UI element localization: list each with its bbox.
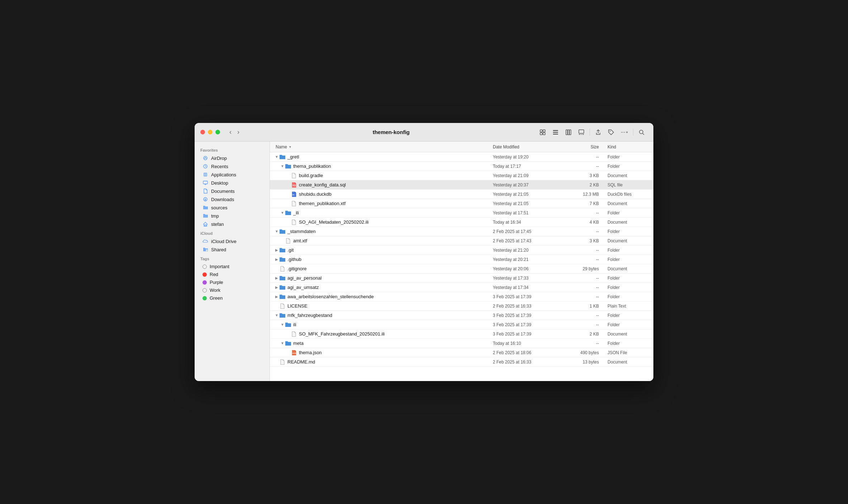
kind-cell: Document	[603, 266, 653, 271]
sidebar-item-downloads[interactable]: Downloads	[197, 195, 267, 203]
close-button[interactable]	[200, 130, 205, 134]
sidebar-item-important[interactable]: Important	[197, 263, 267, 270]
search-icon	[638, 129, 645, 135]
table-row[interactable]: _stammdaten 2 Feb 2025 at 17:45 -- Folde…	[270, 227, 653, 236]
file-name-cell: thema_publikation	[270, 163, 489, 170]
applications-icon	[203, 172, 208, 177]
minimize-button[interactable]	[208, 130, 213, 134]
svg-rect-2	[540, 133, 542, 135]
file-name-cell: mfk_fahrzeugbestand	[270, 312, 489, 319]
maximize-button[interactable]	[215, 130, 220, 134]
table-row[interactable]: build.gradle Yesterday at 21:09 3 KB Doc…	[270, 171, 653, 180]
downloads-icon	[203, 196, 208, 202]
view-grid-button[interactable]	[537, 127, 549, 137]
sidebar-item-icloud-drive[interactable]: iCloud Drive	[197, 237, 267, 245]
disclosure-triangle[interactable]	[280, 341, 285, 346]
file-name-cell: DB shubidu.duckdb	[270, 191, 489, 198]
table-row[interactable]: SO_MFK_Fahrzeugbestand_20250201.ili 3 Fe…	[270, 329, 653, 339]
table-row[interactable]: ili 3 Feb 2025 at 17:39 -- Folder	[270, 320, 653, 329]
table-row[interactable]: awa_arbeitslosenzahlen_stellensuchende 3…	[270, 292, 653, 301]
table-row[interactable]: SO_AGI_Metadaten_20250202.ili Today at 1…	[270, 218, 653, 227]
date-cell: Yesterday at 17:51	[489, 210, 567, 215]
sidebar: Favorites AirDrop	[195, 142, 270, 381]
forward-button[interactable]: ›	[235, 127, 242, 137]
sidebar-item-documents[interactable]: Documents	[197, 187, 267, 195]
date-cell: 3 Feb 2025 at 17:39	[489, 332, 567, 337]
table-row[interactable]: agi_av_personal Yesterday at 17:33 -- Fo…	[270, 274, 653, 283]
col-date-header[interactable]: Date Modified	[489, 144, 567, 149]
file-list[interactable]: _gretl Yesterday at 19:20 -- Folder them…	[270, 152, 653, 381]
table-row[interactable]: _gretl Yesterday at 19:20 -- Folder	[270, 152, 653, 162]
kind-cell: Document	[603, 173, 653, 178]
grid-icon	[539, 129, 546, 135]
back-button[interactable]: ‹	[227, 127, 234, 137]
svg-text:JSON: JSON	[292, 352, 296, 354]
col-kind-header[interactable]: Kind	[603, 144, 653, 149]
table-row[interactable]: SQL create_konfig_data.sql Yesterday at …	[270, 180, 653, 190]
disclosure-triangle[interactable]	[274, 248, 279, 253]
sidebar-item-stefan[interactable]: stefan	[197, 220, 267, 228]
table-row[interactable]: amt.xtf 2 Feb 2025 at 17:43 3 KB Documen…	[270, 236, 653, 246]
sidebar-item-work[interactable]: Work	[197, 286, 267, 294]
disclosure-triangle[interactable]	[274, 276, 279, 281]
search-button[interactable]	[635, 127, 648, 137]
svg-rect-1	[543, 130, 545, 132]
sidebar-item-airdrop[interactable]: AirDrop	[197, 154, 267, 162]
file-name-cell: meta	[270, 340, 489, 347]
date-cell: Yesterday at 21:09	[489, 173, 567, 178]
table-row[interactable]: LICENSE 2 Feb 2025 at 16:33 1 KB Plain T…	[270, 301, 653, 311]
more-button[interactable]: ··· ▾	[618, 127, 631, 137]
table-row[interactable]: meta Today at 16:10 -- Folder	[270, 339, 653, 348]
table-row[interactable]: DB shubidu.duckdb Yesterday at 21:05 12.…	[270, 190, 653, 199]
file-name: thema_publikation	[293, 163, 331, 169]
desktop-icon	[203, 180, 208, 186]
disclosure-triangle[interactable]	[274, 154, 279, 160]
sidebar-item-sources[interactable]: sources	[197, 204, 267, 211]
green-dot	[203, 296, 207, 300]
red-label: Red	[210, 272, 218, 277]
sidebar-item-desktop[interactable]: Desktop	[197, 179, 267, 187]
table-row[interactable]: thema_publikation Today at 17:17 -- Fold…	[270, 162, 653, 171]
sidebar-item-green[interactable]: Green	[197, 294, 267, 302]
table-row[interactable]: mfk_fahrzeugbestand 3 Feb 2025 at 17:39 …	[270, 311, 653, 320]
kind-cell: Folder	[603, 322, 653, 327]
column-icon	[565, 129, 572, 135]
size-cell: 3 KB	[567, 173, 603, 178]
table-row[interactable]: agi_av_umsatz Yesterday at 17:34 -- Fold…	[270, 283, 653, 292]
disclosure-triangle[interactable]	[274, 313, 279, 318]
file-icon	[279, 312, 286, 319]
sidebar-item-tmp[interactable]: tmp	[197, 212, 267, 220]
sidebar-item-shared[interactable]: Shared	[197, 246, 267, 253]
disclosure-triangle[interactable]	[274, 294, 279, 299]
sidebar-item-applications[interactable]: Applications	[197, 171, 267, 179]
disclosure-triangle[interactable]	[274, 257, 279, 262]
table-row[interactable]: _ili Yesterday at 17:51 -- Folder	[270, 208, 653, 218]
disclosure-triangle[interactable]	[280, 164, 285, 169]
tag-button[interactable]	[605, 127, 617, 137]
col-name-header[interactable]: Name ▼	[270, 144, 489, 149]
disclosure-triangle[interactable]	[280, 322, 285, 327]
col-size-header[interactable]: Size	[567, 144, 603, 149]
file-name: _ili	[293, 210, 299, 215]
table-row[interactable]: .github Yesterday at 20:21 -- Folder	[270, 255, 653, 264]
table-row[interactable]: .gitignore Yesterday at 20:06 29 bytes D…	[270, 264, 653, 274]
table-row[interactable]: JSON thema.json 2 Feb 2025 at 18:06 490 …	[270, 348, 653, 357]
sidebar-item-purple[interactable]: Purple	[197, 279, 267, 286]
disclosure-triangle[interactable]	[274, 229, 279, 234]
sidebar-item-red[interactable]: Red	[197, 271, 267, 278]
date-cell: Yesterday at 17:33	[489, 276, 567, 281]
table-row[interactable]: README.md 2 Feb 2025 at 16:33 13 bytes D…	[270, 357, 653, 367]
share-button[interactable]	[592, 127, 604, 137]
gallery-icon	[578, 129, 585, 135]
disclosure-triangle[interactable]	[280, 210, 285, 215]
size-cell: --	[567, 248, 603, 253]
view-list-button[interactable]	[549, 127, 562, 137]
file-name-cell: amt.xtf	[270, 238, 489, 244]
view-column-button[interactable]	[562, 127, 575, 137]
disclosure-triangle[interactable]	[274, 285, 279, 290]
table-row[interactable]: themen_publikation.xtf Yesterday at 21:0…	[270, 199, 653, 208]
file-name-cell: LICENSE	[270, 303, 489, 309]
view-gallery-button[interactable]	[575, 127, 587, 137]
table-row[interactable]: .git Yesterday at 21:20 -- Folder	[270, 246, 653, 255]
sidebar-item-recents[interactable]: Recents	[197, 162, 267, 170]
